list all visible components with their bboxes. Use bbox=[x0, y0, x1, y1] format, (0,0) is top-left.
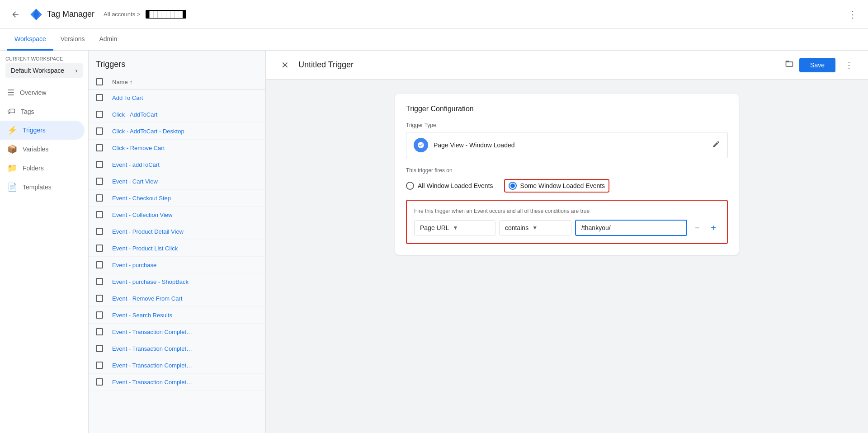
trigger-name[interactable]: Event - purchase - ShopBack bbox=[112, 278, 258, 285]
trigger-checkbox[interactable] bbox=[96, 144, 103, 151]
condition-value-input[interactable] bbox=[575, 220, 687, 236]
trigger-row[interactable]: Event - Remove From Cart bbox=[89, 290, 265, 307]
more-options-button[interactable]: ⋮ bbox=[841, 57, 857, 73]
condition-operator-select[interactable]: contains ▼ bbox=[499, 220, 571, 235]
name-column-header[interactable]: Name ↑ bbox=[112, 79, 258, 85]
sidebar: CURRENT WORKSPACE Default Workspace › ☰ … bbox=[0, 51, 89, 433]
close-button[interactable]: ✕ bbox=[277, 57, 293, 73]
trigger-row[interactable]: Click - Remove Cart bbox=[89, 140, 265, 156]
account-name: ████████ bbox=[146, 10, 186, 19]
trigger-row[interactable]: Event - purchase bbox=[89, 257, 265, 273]
trigger-type-name: Page View - Window Loaded bbox=[434, 141, 707, 149]
trigger-row[interactable]: Event - Transaction Complet… bbox=[89, 340, 265, 357]
trigger-row[interactable]: Add To Cart bbox=[89, 89, 265, 106]
svg-marker-1 bbox=[33, 9, 39, 20]
sidebar-item-variables[interactable]: 📦 Variables bbox=[0, 140, 85, 159]
trigger-name[interactable]: Event - Transaction Complet… bbox=[112, 329, 258, 335]
trigger-name[interactable]: Event - Collection View bbox=[112, 212, 258, 218]
radio-all-window-events[interactable]: All Window Loaded Events bbox=[406, 182, 493, 190]
radio-some-window-events[interactable]: Some Window Loaded Events bbox=[504, 179, 610, 193]
trigger-name[interactable]: Event - Product List Click bbox=[112, 245, 258, 252]
edit-icon[interactable] bbox=[712, 140, 720, 151]
panel-header: ✕ Untitled Trigger Save ⋮ bbox=[266, 51, 868, 80]
trigger-checkbox[interactable] bbox=[96, 245, 103, 252]
sidebar-item-overview[interactable]: ☰ Overview bbox=[0, 83, 85, 102]
radio-some-circle[interactable] bbox=[509, 182, 517, 190]
trigger-name[interactable]: Click - AddToCart - Desktop bbox=[112, 128, 258, 135]
trigger-checkbox[interactable] bbox=[96, 345, 103, 352]
field-dropdown-icon: ▼ bbox=[453, 225, 458, 231]
trigger-name[interactable]: Event - Checkout Step bbox=[112, 195, 258, 202]
trigger-name[interactable]: Click - Remove Cart bbox=[112, 145, 258, 151]
tab-admin[interactable]: Admin bbox=[92, 29, 124, 51]
trigger-checkbox[interactable] bbox=[96, 228, 103, 235]
app-name: Tag Manager bbox=[47, 9, 94, 19]
trigger-row[interactable]: Event - Product Detail View bbox=[89, 223, 265, 240]
workspace-name: Default Workspace bbox=[11, 67, 64, 74]
trigger-checkbox[interactable] bbox=[96, 194, 103, 202]
card-title: Trigger Configuration bbox=[406, 105, 728, 113]
trigger-type-icon bbox=[414, 138, 428, 152]
trigger-checkbox[interactable] bbox=[96, 328, 103, 335]
condition-row: Page URL ▼ contains ▼ − + bbox=[414, 220, 720, 236]
add-condition-button[interactable]: + bbox=[707, 221, 720, 234]
remove-condition-button[interactable]: − bbox=[691, 221, 703, 234]
workspace-selector[interactable]: Default Workspace › bbox=[5, 63, 83, 78]
trigger-checkbox[interactable] bbox=[96, 378, 103, 386]
trigger-checkbox[interactable] bbox=[96, 295, 103, 302]
triggers-table-header: Name ↑ bbox=[89, 75, 265, 89]
fires-on-section: This trigger fires on All Window Loaded … bbox=[406, 167, 728, 193]
trigger-row[interactable]: Event - purchase - ShopBack bbox=[89, 273, 265, 290]
sidebar-item-triggers[interactable]: ⚡ Triggers bbox=[0, 121, 85, 140]
sidebar-item-label-templates: Templates bbox=[23, 184, 52, 191]
trigger-name[interactable]: Event - purchase bbox=[112, 262, 258, 268]
trigger-name[interactable]: Event - Transaction Complet… bbox=[112, 345, 258, 352]
trigger-row[interactable]: Event - Product List Click bbox=[89, 240, 265, 257]
trigger-name[interactable]: Click - AddToCart bbox=[112, 111, 258, 118]
trigger-name[interactable]: Event - Search Results bbox=[112, 312, 258, 319]
trigger-row[interactable]: Click - AddToCart bbox=[89, 106, 265, 123]
folder-icon[interactable] bbox=[785, 59, 794, 71]
trigger-row[interactable]: Event - Collection View bbox=[89, 207, 265, 223]
radio-all-circle[interactable] bbox=[406, 182, 414, 190]
trigger-checkbox[interactable] bbox=[96, 261, 103, 268]
trigger-name[interactable]: Event - Transaction Complet… bbox=[112, 362, 258, 369]
sidebar-item-folders[interactable]: 📁 Folders bbox=[0, 159, 85, 178]
trigger-row[interactable]: Event - Transaction Complet… bbox=[89, 357, 265, 374]
trigger-name[interactable]: Event - Remove From Cart bbox=[112, 295, 258, 302]
trigger-row[interactable]: Event - Checkout Step bbox=[89, 190, 265, 207]
trigger-row[interactable]: Event - Transaction Complet… bbox=[89, 374, 265, 391]
trigger-row[interactable]: Event - addToCart bbox=[89, 156, 265, 173]
sidebar-item-tags[interactable]: 🏷 Tags bbox=[0, 102, 85, 121]
trigger-checkbox[interactable] bbox=[96, 161, 103, 168]
trigger-checkbox[interactable] bbox=[96, 111, 103, 118]
sidebar-item-templates[interactable]: 📄 Templates bbox=[0, 178, 85, 197]
trigger-row[interactable]: Event - Cart View bbox=[89, 173, 265, 190]
trigger-checkbox[interactable] bbox=[96, 362, 103, 369]
trigger-checkbox[interactable] bbox=[96, 127, 103, 135]
trigger-name[interactable]: Event - Cart View bbox=[112, 178, 258, 185]
save-button[interactable]: Save bbox=[799, 58, 835, 72]
tab-workspace[interactable]: Workspace bbox=[7, 29, 53, 51]
trigger-row[interactable]: Event - Search Results bbox=[89, 307, 265, 324]
trigger-checkbox[interactable] bbox=[96, 311, 103, 319]
trigger-name[interactable]: Event - Product Detail View bbox=[112, 228, 258, 235]
condition-field-select[interactable]: Page URL ▼ bbox=[414, 220, 495, 235]
trigger-name[interactable]: Event - addToCart bbox=[112, 161, 258, 168]
back-button[interactable] bbox=[7, 6, 24, 23]
overview-icon: ☰ bbox=[7, 88, 14, 98]
select-all-checkbox[interactable] bbox=[96, 78, 103, 85]
trigger-checkbox[interactable] bbox=[96, 211, 103, 218]
topbar-more-button[interactable]: ⋮ bbox=[844, 6, 861, 23]
sort-icon: ↑ bbox=[130, 79, 133, 85]
tab-versions[interactable]: Versions bbox=[53, 29, 92, 51]
trigger-name[interactable]: Add To Cart bbox=[112, 94, 258, 101]
account-prefix: All accounts > bbox=[104, 11, 140, 18]
trigger-name[interactable]: Event - Transaction Complet… bbox=[112, 379, 258, 386]
trigger-row[interactable]: Event - Transaction Complet… bbox=[89, 324, 265, 340]
trigger-checkbox[interactable] bbox=[96, 278, 103, 285]
trigger-checkbox[interactable] bbox=[96, 178, 103, 185]
trigger-type-selector[interactable]: Page View - Window Loaded bbox=[406, 132, 728, 158]
trigger-checkbox[interactable] bbox=[96, 94, 103, 101]
trigger-row[interactable]: Click - AddToCart - Desktop bbox=[89, 123, 265, 140]
